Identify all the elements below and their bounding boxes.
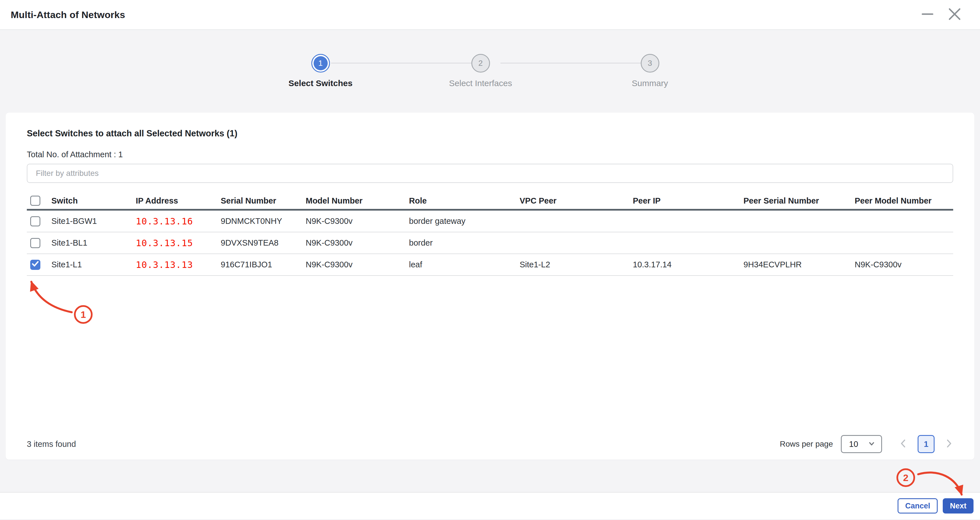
close-icon	[947, 7, 962, 22]
column-header-peer-ip: Peer IP	[633, 196, 743, 205]
rows-per-page-value: 10	[849, 439, 858, 449]
switch-name: Site1-BGW1	[51, 216, 136, 226]
step-2-number: 2	[479, 59, 483, 68]
vpc-peer: Site1-L2	[520, 260, 633, 269]
panel-heading: Select Switches to attach all Selected N…	[27, 129, 953, 138]
annotation-badge-1: 1	[74, 305, 92, 324]
column-header-serial-number: Serial Number	[221, 196, 306, 205]
peer-model-number: N9K-C9300v	[855, 260, 953, 269]
table-header-row: Switch IP Address Serial Number Model Nu…	[27, 192, 953, 211]
cancel-button[interactable]: Cancel	[897, 498, 938, 514]
page-number-button[interactable]: 1	[918, 435, 935, 453]
step-1-circle[interactable]: 1	[311, 54, 330, 73]
model-number: N9K-C9300v	[306, 216, 409, 226]
column-header-vpc-peer: VPC Peer	[520, 196, 633, 205]
role: border	[409, 238, 520, 248]
total-attachments-label: Total No. of Attachment : 1	[27, 150, 953, 159]
next-button[interactable]: Next	[943, 498, 974, 514]
ip-address: 10.3.13.16	[136, 216, 221, 227]
step-2-circle[interactable]: 2	[471, 54, 490, 73]
peer-ip: 10.3.17.14	[633, 260, 743, 269]
wizard-stepper: 1 2 3 Select Switches Select Interfaces …	[0, 30, 980, 113]
filter-input[interactable]	[27, 164, 953, 183]
row-checkbox[interactable]	[30, 260, 40, 270]
step-3-number: 3	[648, 59, 652, 68]
table-row[interactable]: Site1-BL1 10.3.13.15 9DVXSN9TEA8 N9K-C93…	[27, 232, 953, 254]
column-header-ip-address: IP Address	[136, 196, 221, 205]
role: border gateway	[409, 216, 520, 226]
select-all-checkbox[interactable]	[30, 196, 40, 206]
step-connector	[331, 63, 480, 64]
step-connector	[500, 63, 649, 64]
ip-address: 10.3.13.15	[136, 238, 221, 248]
action-footer: Cancel Next	[0, 492, 980, 519]
dialog-title: Multi-Attach of Networks	[11, 9, 125, 20]
column-header-peer-serial-number: Peer Serial Number	[743, 196, 855, 205]
rows-per-page-label: Rows per page	[780, 439, 833, 448]
column-header-switch: Switch	[51, 196, 136, 205]
step-1-number: 1	[318, 59, 323, 68]
dialog-header: Multi-Attach of Networks	[0, 0, 980, 30]
serial-number: 9DVXSN9TEA8	[221, 238, 306, 248]
switch-name: Site1-BL1	[51, 238, 136, 248]
role: leaf	[409, 260, 520, 269]
row-checkbox[interactable]	[30, 238, 40, 248]
pagination-controls: Rows per page 10 1	[780, 435, 953, 453]
checkmark-icon	[30, 260, 40, 270]
minimize-icon	[920, 7, 935, 22]
spacer	[0, 460, 980, 492]
serial-number: 9DNMCKT0NHY	[221, 216, 306, 226]
chevron-right-icon	[945, 439, 953, 449]
step-1-label: Select Switches	[259, 78, 383, 88]
row-checkbox[interactable]	[30, 216, 40, 226]
switches-table: Switch IP Address Serial Number Model Nu…	[27, 192, 953, 429]
step-3-circle[interactable]: 3	[641, 54, 659, 73]
column-header-peer-model-number: Peer Model Number	[855, 196, 953, 205]
model-number: N9K-C9300v	[306, 260, 409, 269]
table-row[interactable]: Site1-L1 10.3.13.13 916C71IBJO1 N9K-C930…	[27, 254, 953, 276]
step-2-label: Select Interfaces	[418, 78, 543, 88]
switch-name: Site1-L1	[51, 260, 136, 269]
step-3-label: Summary	[588, 78, 712, 88]
annotation-badge-2: 2	[896, 468, 915, 487]
column-header-role: Role	[409, 196, 520, 205]
ip-address: 10.3.13.13	[136, 259, 221, 270]
peer-serial-number: 9H34ECVPLHR	[743, 260, 855, 269]
close-button[interactable]	[948, 8, 961, 21]
rows-per-page-select[interactable]: 10	[841, 435, 882, 453]
select-switches-panel: Select Switches to attach all Selected N…	[6, 113, 974, 460]
minimize-button[interactable]	[921, 8, 934, 21]
model-number: N9K-C9300v	[306, 238, 409, 248]
chevron-left-icon	[899, 439, 907, 449]
serial-number: 916C71IBJO1	[221, 260, 306, 269]
table-row[interactable]: Site1-BGW1 10.3.13.16 9DNMCKT0NHY N9K-C9…	[27, 211, 953, 232]
window-controls	[921, 8, 961, 21]
column-header-model-number: Model Number	[306, 196, 409, 205]
next-page-button[interactable]	[945, 439, 953, 449]
items-found-label: 3 items found	[27, 439, 76, 449]
previous-page-button[interactable]	[899, 439, 907, 449]
table-footer: 3 items found Rows per page 10 1	[27, 429, 953, 460]
chevron-down-icon	[868, 439, 875, 448]
multi-attach-dialog: Multi-Attach of Networks 1 2	[0, 0, 980, 520]
